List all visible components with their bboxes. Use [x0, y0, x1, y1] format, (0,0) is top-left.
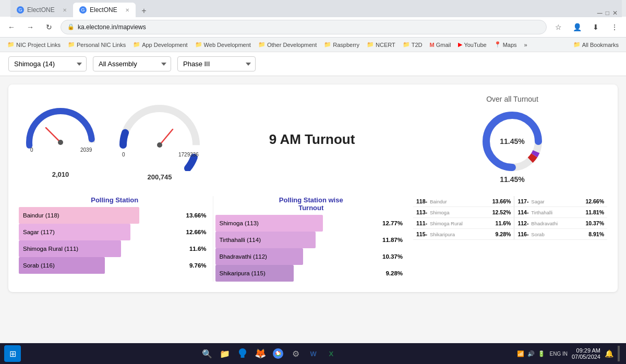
- tab-close-2[interactable]: ✕: [125, 7, 129, 13]
- minimize-btn[interactable]: ─: [597, 9, 603, 17]
- list-item: 113- Shimoga 12.52% 114- Tirthahalli 11.…: [413, 207, 607, 218]
- table-left-header: Polling Station: [19, 196, 211, 204]
- bookmark-youtube[interactable]: ▶ YouTube: [455, 40, 489, 49]
- taskbar-word[interactable]: W: [305, 345, 322, 362]
- url-box[interactable]: 🔒 ka.electone.in/mapviews: [61, 20, 547, 34]
- assembly-filter[interactable]: All Assembly: [93, 56, 171, 71]
- bookmark-more[interactable]: »: [521, 41, 531, 49]
- folder-icon: 📁: [258, 41, 266, 48]
- bookmark-label: Personal NIC Links: [77, 42, 126, 48]
- donut-percent: 11.45%: [500, 175, 524, 184]
- show-desktop[interactable]: [618, 346, 620, 361]
- taskbar-app1[interactable]: ⚙: [287, 345, 304, 362]
- turnout-center: 9 AM Turnout: [217, 131, 407, 148]
- maximize-btn[interactable]: □: [606, 9, 609, 17]
- svg-point-5: [58, 140, 63, 145]
- bookmark-app-dev[interactable]: 📁 App Development: [130, 40, 190, 49]
- close-btn[interactable]: ✕: [612, 9, 618, 17]
- gauge1-container: 0 2039 2,010: [19, 101, 102, 178]
- tab-1[interactable]: G ElectONE ✕: [10, 3, 73, 17]
- svg-point-19: [276, 352, 280, 355]
- bookmark-other-dev[interactable]: 📁 Other Development: [255, 40, 320, 49]
- taskbar-search[interactable]: 🔍: [199, 345, 215, 362]
- gauge2-value: 200,745: [148, 173, 172, 181]
- table-right-header: Polling Station wise Turnout: [215, 196, 407, 212]
- profile-button[interactable]: 👤: [570, 20, 584, 34]
- bookmark-all-bookmarks[interactable]: 📁 All Bookmarks: [570, 40, 622, 49]
- folder-icon: 📁: [7, 41, 15, 48]
- taskbar-excel[interactable]: X: [323, 345, 340, 362]
- svg-point-11: [157, 142, 162, 148]
- forward-button[interactable]: →: [23, 20, 38, 34]
- bookmark-personal-nic[interactable]: 📁 Personal NIC Links: [65, 40, 129, 49]
- table-row: Sagar (117) 12.66%: [19, 224, 211, 240]
- table-row: Bhadravathi (112) 10.37%: [215, 248, 407, 265]
- table-row: Baindur (118) 13.66%: [19, 207, 211, 224]
- gauge1-svg: 0 2039: [19, 101, 102, 168]
- bookmark-nic-project[interactable]: 📁 NIC Project Links: [4, 40, 64, 49]
- maps-icon: 📍: [494, 41, 501, 48]
- lock-icon: 🔒: [67, 23, 75, 30]
- lang-indicator: ENG IN: [549, 351, 567, 357]
- bookmark-star[interactable]: ☆: [551, 20, 565, 34]
- donut-chart: 11.45%: [478, 107, 546, 175]
- bookmark-web-dev[interactable]: 📁 Web Development: [192, 40, 254, 49]
- phase-filter[interactable]: Phase III: [177, 56, 256, 71]
- tab-favicon-1: G: [17, 6, 24, 14]
- gauges-row: 0 2039 2,010: [19, 95, 607, 184]
- table-right-block: Polling Station wise Turnout Shimoga (11…: [215, 196, 407, 282]
- download-button[interactable]: ⬇: [588, 20, 603, 34]
- tab-label-1: ElectONE: [27, 6, 55, 14]
- tabs-bar: G ElectONE ✕ G ElectONE ✕ + ─ □ ✕: [10, 0, 622, 17]
- notification-icon[interactable]: 🔔: [605, 349, 613, 358]
- bookmark-label: Gmail: [436, 42, 451, 48]
- tab-favicon-2: G: [79, 6, 87, 14]
- table-row: Sorab (116) 9.76%: [19, 257, 211, 274]
- bookmark-label: Other Development: [267, 42, 317, 48]
- list-item: 115- Shikaripura 9.28% 116- Sorab 8.91%: [413, 229, 607, 240]
- refresh-button[interactable]: ↻: [42, 20, 56, 34]
- gauge1-value: 2,010: [52, 171, 69, 178]
- gauge2-container: 0 1729336 200,745: [113, 98, 207, 181]
- table-row: Tirthahalli (114) 11.87%: [215, 232, 407, 248]
- all-tables-row: Polling Station Baindur (118) 13.66% Sag…: [19, 196, 607, 282]
- youtube-icon: ▶: [458, 41, 462, 48]
- filter-bar: Shimoga (14) All Assembly Phase III: [0, 52, 626, 76]
- svg-point-6: [123, 108, 196, 171]
- taskbar-right: 📶 🔊 🔋 ENG IN 09:29 AM 07/05/2024 🔔: [517, 346, 622, 361]
- new-tab-button[interactable]: +: [138, 5, 150, 17]
- table-left-block: Polling Station Baindur (118) 13.66% Sag…: [19, 196, 211, 282]
- table-row: Shikaripura (115) 9.28%: [215, 265, 407, 282]
- tab-close-1[interactable]: ✕: [63, 7, 67, 13]
- bookmark-t2d[interactable]: 📁 T2D: [400, 40, 426, 49]
- table-divider: [213, 196, 213, 282]
- taskbar-chrome[interactable]: [270, 345, 286, 362]
- start-button[interactable]: ⊞: [4, 345, 21, 362]
- tab-label-2: ElectONE: [90, 6, 117, 14]
- bookmark-label: All Bookmarks: [582, 42, 619, 48]
- bookmark-maps[interactable]: 📍 Maps: [491, 40, 520, 49]
- back-button[interactable]: ←: [4, 20, 19, 34]
- tab-2[interactable]: G ElectONE ✕: [73, 3, 136, 17]
- mini-table: 118- Baindur 13.66% 117- Sagar 12.66% 11…: [413, 196, 607, 240]
- bookmark-label: Raspberry: [333, 42, 359, 48]
- bookmark-label: T2D: [412, 42, 423, 48]
- district-filter[interactable]: Shimoga (14): [8, 56, 87, 71]
- right-mini-table-block: 118- Baindur 13.66% 117- Sagar 12.66% 11…: [413, 196, 607, 282]
- address-bar: ← → ↻ 🔒 ka.electone.in/mapviews ☆ 👤 ⬇ ⋮: [0, 17, 626, 38]
- menu-button[interactable]: ⋮: [607, 20, 622, 34]
- bookmark-label: »: [524, 42, 527, 48]
- taskbar-explorer[interactable]: 📁: [216, 345, 233, 362]
- svg-line-4: [46, 128, 61, 142]
- taskbar-firefox[interactable]: 🦊: [252, 345, 269, 362]
- page-content: Shimoga (14) All Assembly Phase III: [0, 52, 626, 346]
- gmail-icon: M: [430, 42, 435, 48]
- svg-text:0: 0: [30, 147, 33, 153]
- bookmark-gmail[interactable]: M Gmail: [427, 41, 454, 49]
- date-display: 07/05/2024: [572, 354, 600, 360]
- taskbar-edge[interactable]: [234, 345, 251, 362]
- folder-icon: 📁: [573, 41, 581, 48]
- bookmark-raspberry[interactable]: 📁 Raspberry: [321, 40, 363, 49]
- folder-icon: 📁: [68, 41, 75, 48]
- bookmark-ncert[interactable]: 📁 NCERT: [364, 40, 399, 49]
